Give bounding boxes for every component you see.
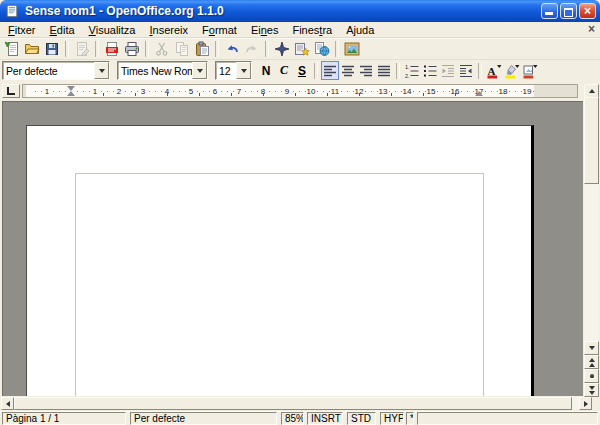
menu-fitxer[interactable]: Fitxer — [1, 23, 43, 37]
ruler-dot — [299, 91, 300, 92]
ruler-dot — [521, 91, 522, 92]
vertical-scrollbar[interactable] — [584, 84, 599, 396]
format-buttons: 1.2.A — [321, 61, 539, 80]
menu-ajuda[interactable]: Ajuda — [339, 23, 381, 37]
vertical-scroll-thumb[interactable] — [584, 97, 599, 184]
menu-eines[interactable]: Eines — [244, 23, 286, 37]
paste-button[interactable] — [192, 40, 212, 59]
gallery-button[interactable] — [342, 40, 362, 59]
window-controls: × — [541, 3, 596, 19]
align-right-button[interactable] — [357, 61, 375, 80]
toolbar-separator — [65, 41, 69, 57]
ruler-dot — [509, 91, 510, 92]
ruler-dot — [371, 91, 372, 92]
scroll-down-button[interactable] — [584, 341, 599, 355]
font-name-combo[interactable]: Times New Roman — [117, 61, 208, 80]
menu-visualitza[interactable]: Visualitza — [82, 23, 143, 37]
previous-page-button[interactable] — [584, 355, 599, 369]
status-page-indicator[interactable]: Pàgina 1 / 1 — [2, 412, 126, 425]
next-page-button[interactable] — [584, 383, 599, 397]
redo-icon — [244, 41, 260, 57]
ruler-dot — [221, 91, 222, 92]
ruler-dot — [347, 91, 348, 92]
scroll-left-button[interactable] — [1, 397, 14, 410]
font-name-value: Times New Roman — [118, 62, 192, 79]
numbered-list-button[interactable]: 1.2. — [403, 61, 421, 80]
font-size-combo[interactable]: 12 — [215, 61, 252, 80]
right-indent-marker[interactable] — [475, 91, 483, 96]
restore-button[interactable] — [560, 3, 577, 19]
hyperlink-icon — [314, 41, 330, 57]
minimize-icon — [545, 12, 553, 15]
bullet-list-button[interactable] — [421, 61, 439, 80]
stylist-button[interactable] — [292, 40, 312, 59]
align-justify-button[interactable] — [375, 61, 393, 80]
underline-button[interactable]: S — [293, 61, 311, 80]
ruler-number: 1 — [93, 87, 97, 96]
menu-insereix[interactable]: Insereix — [143, 23, 196, 37]
new-document-icon — [4, 41, 20, 57]
hyperlink-button[interactable] — [312, 40, 332, 59]
status-zoom-level[interactable]: 85% — [281, 412, 304, 425]
chevron-down-icon — [197, 69, 203, 73]
undo-button[interactable] — [222, 40, 242, 59]
scroll-right-button[interactable] — [579, 397, 592, 410]
horizontal-scroll-thumb[interactable] — [14, 397, 572, 410]
minimize-button[interactable] — [541, 3, 558, 19]
font-color-icon: A — [486, 63, 502, 79]
copy-button — [172, 40, 192, 59]
ruler-dot — [389, 91, 390, 92]
italic-button[interactable]: C — [275, 61, 293, 80]
ruler-dot — [323, 91, 324, 92]
status-page-style[interactable]: Per defecte — [130, 412, 277, 425]
arrow-up-icon — [589, 89, 595, 93]
print-button[interactable] — [122, 40, 142, 59]
document-close-button[interactable]: × — [588, 23, 595, 36]
paragraph-style-combo[interactable]: Per defecte — [2, 61, 110, 80]
status-selection-mode[interactable]: STD — [347, 412, 376, 425]
size-combo-dropdown[interactable] — [236, 62, 251, 79]
bold-button[interactable]: N — [257, 61, 275, 80]
align-justify-icon — [376, 63, 392, 79]
font-combo-dropdown[interactable] — [192, 62, 207, 79]
left-indent-marker[interactable] — [67, 91, 75, 96]
menubar: FitxerEditaVisualitzaInsereixFormatEines… — [0, 22, 600, 38]
horizontal-scrollbar[interactable] — [1, 397, 592, 410]
horizontal-ruler[interactable]: 112345678910111213141516171819 — [22, 84, 578, 98]
navigation-button[interactable] — [584, 369, 599, 383]
cut-button — [152, 40, 172, 59]
decrease-indent-icon — [440, 63, 456, 79]
align-center-button[interactable] — [339, 61, 357, 80]
close-button[interactable]: × — [579, 3, 596, 19]
export-pdf-button[interactable] — [102, 40, 122, 59]
save-button[interactable] — [42, 40, 62, 59]
ruler-dot — [125, 91, 126, 92]
ruler-dot — [269, 91, 270, 92]
tab-type-selector[interactable] — [2, 84, 20, 98]
navigator-button[interactable] — [272, 40, 292, 59]
new-document-button[interactable] — [2, 40, 22, 59]
status-hyperlink-mode[interactable]: HYP — [380, 412, 404, 425]
background-color-button[interactable] — [521, 61, 539, 80]
status-insert-mode[interactable]: INSRT — [307, 412, 343, 425]
style-combo-dropdown[interactable] — [94, 62, 109, 79]
menu-finestra[interactable]: Finestra — [285, 23, 339, 37]
highlight-button[interactable] — [503, 61, 521, 80]
open-button[interactable] — [22, 40, 42, 59]
navigator-icon — [274, 41, 290, 57]
scroll-up-button[interactable] — [584, 84, 599, 98]
background-color-icon — [522, 63, 538, 79]
align-left-button[interactable] — [321, 61, 339, 80]
ruler-dot — [365, 91, 366, 92]
increase-indent-button[interactable] — [457, 61, 475, 80]
ruler-dot — [173, 91, 174, 92]
ruler-number: 18 — [499, 87, 508, 96]
menu-format[interactable]: Format — [195, 23, 244, 37]
arrow-down-icon — [589, 346, 595, 350]
status-blank — [417, 412, 598, 425]
ruler-dot — [401, 91, 402, 92]
menu-edita[interactable]: Edita — [43, 23, 82, 37]
ruler-dot — [161, 91, 162, 92]
toolbar-separator — [396, 63, 400, 79]
font-color-button[interactable]: A — [485, 61, 503, 80]
